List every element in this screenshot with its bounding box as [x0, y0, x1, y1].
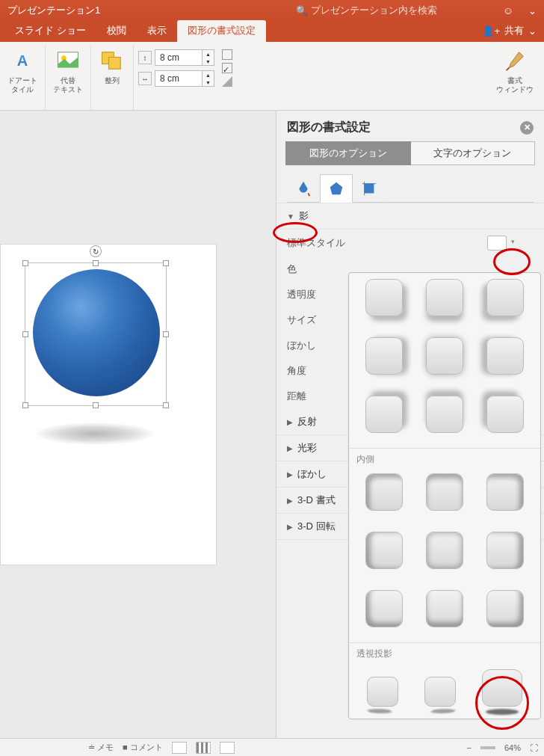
size-group: ↕ 8 cm ▲▼ ↔ 8 cm ▲▼ — [134, 45, 219, 87]
spin-up[interactable]: ▲ — [202, 71, 214, 79]
shape-options-tab[interactable]: 図形のオプション — [285, 141, 411, 165]
notes-button[interactable]: ≐ メモ — [88, 742, 114, 753]
resize-handle[interactable] — [93, 402, 99, 408]
format-pane-button[interactable]: 書式 ウィンドウ — [489, 45, 541, 110]
shadow-outer-tr[interactable] — [365, 396, 403, 433]
spin-up[interactable]: ▲ — [202, 50, 214, 58]
sphere-shape[interactable] — [33, 269, 160, 396]
comments-button[interactable]: ■ コメント — [123, 742, 163, 753]
section-3d-format-label: 3-D 書式 — [297, 494, 336, 505]
reading-view-button[interactable] — [220, 742, 235, 754]
feedback-icon[interactable]: ☺︎ — [503, 4, 513, 16]
shadow-outer-b[interactable] — [426, 279, 463, 316]
effects-tab[interactable] — [320, 174, 353, 203]
shape-selection[interactable]: ↻ — [25, 262, 167, 406]
lock-aspect-on[interactable] — [222, 63, 232, 73]
spin-down[interactable]: ▼ — [202, 58, 214, 65]
text-options-tab[interactable]: 文字のオプション — [411, 141, 536, 165]
shadow-inner-tr[interactable] — [486, 473, 524, 511]
sorter-view-button[interactable] — [196, 742, 211, 754]
resize-handle[interactable] — [93, 260, 99, 266]
wordart-label: ドアート タイル — [7, 76, 37, 94]
arrange-button[interactable]: 整列 — [91, 45, 134, 110]
search-placeholder: プレゼンテーション内を検索 — [311, 4, 437, 17]
shape-width-value: 8 cm — [160, 73, 179, 84]
shape-height-input[interactable]: 8 cm ▲▼ — [155, 49, 214, 66]
rotate-handle[interactable]: ↻ — [90, 245, 102, 257]
shadow-perspective-below[interactable] — [482, 669, 522, 707]
tab-shape-format[interactable]: 図形の書式設定 — [177, 20, 266, 42]
notes-label: メモ — [97, 743, 114, 752]
slide[interactable]: ↻ — [0, 244, 217, 565]
arrange-icon — [99, 48, 126, 73]
chevron-down-icon: ⌄ — [528, 25, 537, 37]
fit-window-button[interactable]: ⛶ — [530, 743, 538, 752]
section-3d-rotation-label: 3-D 回転 — [297, 520, 336, 532]
tab-view[interactable]: 表示 — [137, 20, 177, 42]
share-button[interactable]: 👤+ 共有 ⌄ — [482, 24, 537, 42]
section-reflection-label: 反射 — [297, 416, 317, 427]
preset-label: 標準スタイル — [287, 236, 345, 250]
size-dialog-launcher[interactable] — [222, 76, 232, 87]
shadow-preset-button[interactable] — [487, 236, 507, 251]
resize-handle[interactable] — [163, 402, 169, 408]
shadow-outer-r[interactable] — [365, 337, 403, 375]
shadow-outer-t[interactable] — [426, 396, 463, 433]
shape-width-input[interactable]: 8 cm ▲▼ — [155, 70, 214, 87]
resize-handle[interactable] — [22, 260, 28, 266]
shadow-inner-bl[interactable] — [365, 590, 403, 627]
wordart-icon: A — [9, 48, 36, 73]
shadow-inner-tl[interactable] — [365, 473, 403, 511]
section-glow-label: 光彩 — [297, 442, 317, 453]
height-icon: ↕ — [138, 51, 152, 64]
shadow-outer-c[interactable] — [426, 337, 463, 375]
wordart-styles-button[interactable]: A ドアート タイル — [0, 45, 46, 110]
shadow-outer-bl[interactable] — [486, 279, 524, 316]
shadow-outer-l[interactable] — [486, 337, 524, 375]
width-icon: ↔ — [138, 72, 152, 85]
spin-down[interactable]: ▼ — [202, 79, 214, 86]
shadow-perspective-1[interactable] — [367, 677, 398, 707]
document-title: プレゼンテーション1 — [7, 4, 100, 17]
size-label: サイズ — [287, 313, 339, 327]
shadow-inner-r[interactable] — [486, 532, 524, 569]
sphere-shadow — [35, 422, 155, 445]
search-box[interactable]: 🔍 プレゼンテーション内を検索 — [296, 4, 437, 17]
tab-review[interactable]: 校閲 — [96, 20, 137, 42]
shadow-outer-tl[interactable] — [486, 396, 524, 433]
zoom-value[interactable]: 64% — [504, 743, 521, 752]
chevron-down-icon[interactable]: ⌄ — [528, 5, 537, 16]
shadow-perspective-2[interactable] — [424, 677, 456, 707]
shadow-inner-br[interactable] — [486, 590, 524, 627]
resize-handle[interactable] — [163, 260, 169, 266]
size-properties-tab[interactable] — [353, 174, 386, 203]
angle-label: 角度 — [287, 364, 339, 378]
zoom-out-button[interactable]: − — [467, 743, 472, 752]
status-bar: ≐ メモ ■ コメント − 64% ⛶ — [0, 738, 544, 756]
alt-text-button[interactable]: 代替 テキスト — [46, 45, 91, 110]
resize-handle[interactable] — [22, 402, 28, 408]
search-icon: 🔍 — [296, 5, 308, 16]
shadow-inner-c[interactable] — [426, 532, 463, 569]
shadow-inner-l[interactable] — [365, 532, 403, 569]
resize-handle[interactable] — [22, 331, 28, 337]
normal-view-button[interactable] — [172, 742, 187, 754]
fill-line-tab[interactable] — [287, 174, 320, 203]
comments-label: コメント — [130, 743, 163, 752]
zoom-slider[interactable] — [480, 746, 495, 749]
tab-slideshow[interactable]: スライド ショー — [4, 20, 96, 42]
lock-aspect-off[interactable] — [222, 49, 232, 60]
section-shadow[interactable]: ▼ 影 — [276, 203, 544, 230]
color-label: 色 — [287, 262, 339, 276]
share-label: 共有 — [504, 24, 524, 37]
lock-aspect-group — [219, 45, 235, 87]
resize-handle[interactable] — [163, 331, 169, 337]
distance-label: 距離 — [287, 390, 339, 403]
section-softedge-label: ぼかし — [297, 468, 327, 479]
shadow-outer-br[interactable] — [365, 279, 403, 316]
prop-preset: 標準スタイル — [276, 230, 544, 256]
close-pane-button[interactable]: ✕ — [520, 121, 534, 135]
slide-canvas[interactable]: ↻ — [0, 111, 276, 739]
shadow-inner-b[interactable] — [426, 590, 463, 627]
shadow-inner-t[interactable] — [426, 473, 463, 511]
